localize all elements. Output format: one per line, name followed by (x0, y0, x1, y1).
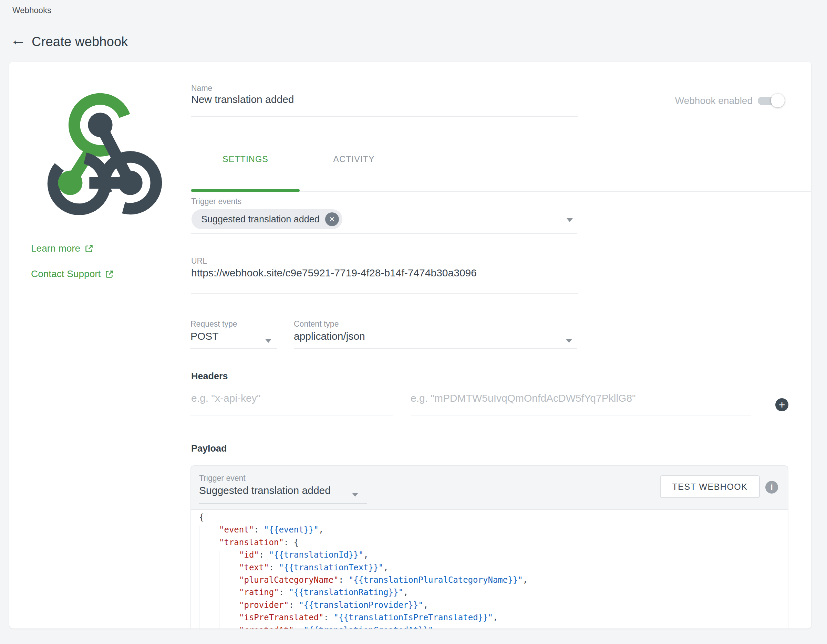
payload-trigger-event-caret-icon[interactable] (352, 493, 358, 497)
code-line: "provider": "{{translationProvider}}", (191, 599, 788, 611)
add-header-button[interactable]: + (776, 398, 788, 411)
name-label: Name (191, 84, 212, 93)
code-token: "isPreTranslated" (239, 613, 324, 622)
code-token: : (289, 600, 299, 610)
code-token: : (339, 575, 349, 585)
code-line: { (191, 511, 788, 524)
code-token: , (433, 625, 438, 628)
code-token: "{{translationIsPreTranslated}}" (334, 613, 493, 622)
url-input[interactable] (191, 267, 570, 279)
payload-trigger-event-label: Trigger event (199, 474, 246, 483)
code-token: "event" (219, 525, 254, 535)
code-token: "rating" (239, 588, 279, 597)
tab-settings[interactable]: SETTINGS (191, 154, 300, 164)
payload-trigger-event-underline (199, 503, 367, 504)
webhook-logo (30, 86, 170, 222)
header-value-underline (410, 415, 751, 415)
contact-support-link[interactable]: Contact Support (31, 269, 114, 280)
code-token: : { (284, 538, 299, 547)
code-token: , (318, 525, 323, 535)
code-token: , (423, 600, 428, 610)
logo-dark-node-right (118, 171, 142, 195)
code-token: "{{translationProvider}}" (299, 600, 423, 610)
content-type-underline (294, 348, 577, 349)
logo-green-node (58, 171, 82, 195)
code-token: "{{translationText}}" (279, 563, 383, 572)
active-tab-indicator (191, 189, 300, 192)
code-token: "{{translationCreatedAt}}" (304, 625, 433, 628)
code-token: "{{translationRating}}" (289, 588, 403, 597)
content-type-select[interactable]: application/json (294, 330, 365, 342)
code-line: "isPreTranslated": "{{translationIsPreTr… (191, 611, 788, 624)
code-token: { (199, 513, 204, 522)
code-token: , (383, 563, 388, 572)
webhook-card: Learn more Contact Support Name Webhook … (9, 62, 811, 628)
indent-guide (219, 551, 219, 628)
header-value-input[interactable] (410, 392, 745, 404)
info-icon[interactable]: i (765, 481, 778, 493)
code-token: : (294, 625, 304, 628)
code-token: : (269, 563, 279, 572)
code-token: "id" (239, 550, 259, 560)
code-token: "{{translationPluralCategoryName}}" (349, 575, 523, 585)
code-token: , (364, 550, 368, 560)
logo-dark-node-top (88, 112, 112, 137)
payload-title: Payload (191, 443, 227, 454)
trigger-events-underline (191, 233, 577, 234)
code-token: , (523, 575, 528, 585)
request-type-underline (190, 348, 277, 349)
code-token: "provider" (239, 600, 289, 610)
header-key-underline (190, 415, 393, 415)
payload-trigger-event-select[interactable]: Suggested translation added (199, 485, 331, 496)
code-line: "pluralCategoryName": "{{translationPlur… (191, 574, 788, 586)
trigger-event-chip[interactable]: Suggested translation added ✕ (192, 209, 342, 229)
code-token: : (324, 613, 334, 622)
content-type-label: Content type (294, 319, 339, 329)
page-title: Create webhook (32, 34, 128, 49)
code-line: "id": "{{translationId}}", (191, 549, 788, 561)
headers-title: Headers (191, 371, 228, 382)
request-type-label: Request type (190, 319, 237, 329)
header-key-input[interactable] (191, 392, 384, 404)
code-token: "pluralCategoryName" (239, 575, 339, 585)
external-link-icon (84, 244, 94, 254)
breadcrumb[interactable]: Webhooks (12, 6, 51, 15)
indent-guide (199, 526, 200, 628)
contact-support-label: Contact Support (31, 269, 101, 280)
code-line: "translation": { (191, 536, 788, 549)
code-line: "text": "{{translationText}}", (191, 562, 788, 574)
request-type-caret-icon[interactable] (265, 339, 272, 343)
tab-activity[interactable]: ACTIVITY (300, 154, 408, 164)
code-line: "event": "{{event}}", (191, 524, 788, 536)
trigger-events-caret-icon[interactable] (566, 218, 573, 222)
code-token: , (403, 588, 408, 597)
url-underline (191, 293, 577, 294)
code-line: "rating": "{{translationRating}}", (191, 586, 788, 599)
chip-remove-icon[interactable]: ✕ (325, 212, 339, 226)
payload-code[interactable]: {"event": "{{event}}","translation": {"i… (191, 509, 788, 628)
code-token: : (279, 588, 289, 597)
code-token: "{{event}}" (264, 525, 318, 535)
trigger-events-label: Trigger events (191, 197, 242, 206)
name-underline (191, 116, 577, 117)
back-arrow-icon[interactable]: ← (10, 32, 26, 48)
content-type-caret-icon[interactable] (566, 339, 572, 343)
code-token: , (493, 613, 498, 622)
code-token: "createdAt" (239, 625, 294, 628)
name-input[interactable] (191, 93, 570, 105)
url-label: URL (191, 257, 207, 266)
learn-more-label: Learn more (31, 243, 80, 254)
webhook-enabled-toggle-thumb[interactable] (771, 93, 785, 107)
request-type-select[interactable]: POST (190, 330, 219, 342)
code-token: "{{translationId}}" (269, 550, 364, 560)
code-token: : (259, 550, 269, 560)
chip-label: Suggested translation added (201, 214, 320, 225)
test-webhook-button[interactable]: TEST WEBHOOK (660, 475, 760, 498)
code-token: "translation" (219, 538, 284, 547)
code-token: : (254, 525, 264, 535)
code-line: "createdAt": "{{translationCreatedAt}}", (191, 624, 788, 628)
webhook-enabled-label: Webhook enabled (670, 95, 753, 106)
code-token: "text" (239, 563, 269, 572)
external-link-icon (105, 269, 114, 279)
learn-more-link[interactable]: Learn more (31, 243, 94, 254)
